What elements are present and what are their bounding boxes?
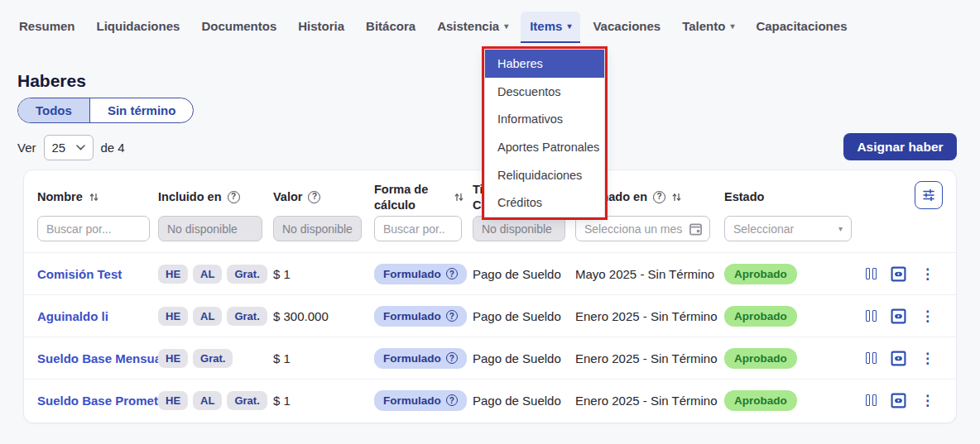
chevron-down-icon — [76, 145, 85, 150]
page-size-select[interactable]: 25 — [44, 135, 94, 160]
column-settings-button[interactable] — [915, 181, 943, 209]
menu-item-reliquidaciones[interactable]: Reliquidaciones — [485, 161, 604, 189]
menu-item-aportes-patronales[interactable]: Aportes Patronales — [485, 133, 604, 161]
preview-icon[interactable] — [891, 308, 906, 324]
haber-name-link[interactable]: Sueldo Base Promet — [37, 394, 158, 408]
nav-item-historia[interactable]: Historia — [289, 12, 353, 43]
included-badge: AL — [193, 391, 222, 410]
nav-item-capacitaciones[interactable]: Capacitaciones — [747, 12, 856, 43]
toggle-sin-termino[interactable]: Sin término — [89, 98, 194, 122]
nav-item-liquidaciones[interactable]: Liquidaciones — [88, 12, 190, 43]
col-nombre: Nombre — [37, 189, 158, 204]
haber-name-link[interactable]: Aguinaldo li — [37, 309, 108, 323]
nav-item-resumen[interactable]: Resumen — [10, 12, 84, 43]
calc-badge[interactable]: Formulado? — [374, 348, 467, 369]
calc-badge[interactable]: Formulado? — [374, 264, 467, 284]
type-cell: Pago de Sueldo — [473, 267, 575, 281]
value-cell: $ 300.000 — [273, 309, 374, 323]
pause-icon[interactable] — [866, 310, 877, 322]
table-filter-row: Seleccionar ▾ — [24, 216, 956, 252]
nav-item-asistencia[interactable]: Asistencia▾ — [428, 12, 517, 43]
included-badge: Grat. — [227, 265, 267, 284]
assigned-cell: Enero 2025 - Sin Término — [575, 351, 724, 365]
haber-name-link[interactable]: Sueldo Base Mensual — [37, 351, 158, 365]
col-forma-calculo: Forma de cálculo — [374, 182, 473, 212]
nav-label: Items — [530, 19, 562, 33]
chevron-down-icon: ▾ — [567, 22, 571, 31]
help-icon: ? — [653, 191, 665, 203]
help-icon: ? — [446, 310, 458, 322]
items-dropdown-menu: Haberes Descuentos Informativos Aportes … — [484, 49, 605, 217]
calc-badge[interactable]: Formulado? — [374, 390, 467, 411]
nav-item-vacaciones[interactable]: Vacaciones — [584, 12, 670, 43]
chevron-down-icon: ▾ — [504, 22, 508, 31]
chevron-down-icon: ▾ — [730, 22, 734, 31]
assign-haber-button[interactable]: Asignar haber — [843, 133, 957, 160]
value-cell: $ 1 — [273, 267, 374, 281]
calc-label: Formulado — [383, 352, 441, 365]
nav-label: Vacaciones — [593, 19, 661, 33]
type-cell: Pago de Sueldo — [473, 394, 575, 408]
type-cell: Pago de Sueldo — [473, 309, 575, 323]
calc-badge[interactable]: Formulado? — [374, 306, 467, 327]
nav-item-items[interactable]: Items▾ — [521, 12, 580, 43]
menu-item-informativos[interactable]: Informativos — [485, 105, 604, 133]
row-menu-icon[interactable]: ⋮ — [920, 309, 934, 323]
assigned-cell: Enero 2025 - Sin Término — [575, 309, 724, 323]
chevron-down-icon: ▾ — [838, 224, 843, 233]
menu-item-descuentos[interactable]: Descuentos — [485, 78, 604, 106]
total-count-label: de 4 — [101, 141, 125, 155]
term-filter-toggle: Todos Sin término — [17, 98, 194, 123]
status-badge: Aprobado — [724, 348, 797, 369]
pause-icon[interactable] — [866, 352, 877, 364]
nav-label: Documentos — [201, 19, 276, 33]
status-badge: Aprobado — [724, 264, 797, 284]
sort-icon[interactable] — [454, 192, 464, 203]
help-icon: ? — [228, 191, 240, 203]
value-cell: $ 1 — [273, 394, 374, 408]
col-label: Forma de cálculo — [374, 182, 448, 212]
select-placeholder: Seleccionar — [733, 222, 794, 236]
pause-icon[interactable] — [866, 268, 877, 279]
haber-name-link[interactable]: Comisión Test — [37, 267, 122, 281]
col-label: Nombre — [37, 189, 83, 204]
nav-item-documentos[interactable]: Documentos — [192, 12, 286, 43]
col-label: Valor — [273, 189, 302, 204]
menu-item-creditos[interactable]: Créditos — [485, 189, 604, 217]
row-menu-icon[interactable]: ⋮ — [920, 394, 934, 408]
included-badge: HE — [158, 349, 188, 368]
calc-label: Formulado — [383, 394, 441, 407]
included-badge: HE — [158, 391, 188, 410]
included-badge: Grat. — [227, 307, 267, 326]
toggle-todos[interactable]: Todos — [18, 98, 89, 122]
sort-icon[interactable] — [89, 192, 99, 203]
status-badge: Aprobado — [724, 306, 797, 327]
help-icon: ? — [308, 191, 320, 203]
nav-item-talento[interactable]: Talento▾ — [673, 12, 743, 43]
ver-label: Ver — [17, 141, 36, 155]
help-icon: ? — [446, 394, 458, 406]
sort-icon[interactable] — [671, 192, 682, 203]
col-estado: Estado — [724, 189, 852, 204]
help-icon: ? — [446, 268, 458, 279]
sliders-icon — [921, 188, 936, 203]
nav-item-bitacora[interactable]: Bitácora — [357, 12, 425, 43]
menu-item-haberes[interactable]: Haberes — [485, 50, 604, 78]
page-size-value: 25 — [52, 141, 66, 155]
page-size-control: Ver 25 de 4 — [17, 135, 125, 160]
preview-icon[interactable] — [891, 393, 906, 408]
preview-icon[interactable] — [891, 351, 906, 366]
filter-estado-select[interactable]: Seleccionar ▾ — [724, 216, 852, 241]
filter-forma-input[interactable] — [374, 216, 462, 241]
preview-icon[interactable] — [891, 266, 906, 282]
included-badge: HE — [158, 307, 188, 326]
table-row: Sueldo Base Promet HE AL Grat. $ 1 Formu… — [24, 379, 956, 421]
filter-incluido-input — [158, 216, 262, 241]
row-menu-icon[interactable]: ⋮ — [920, 267, 934, 281]
page-title: Haberes — [17, 71, 86, 91]
nav-label: Bitácora — [366, 19, 416, 33]
row-menu-icon[interactable]: ⋮ — [920, 351, 934, 365]
filter-nombre-input[interactable] — [37, 216, 150, 241]
pause-icon[interactable] — [866, 394, 877, 406]
calc-label: Formulado — [383, 268, 441, 280]
